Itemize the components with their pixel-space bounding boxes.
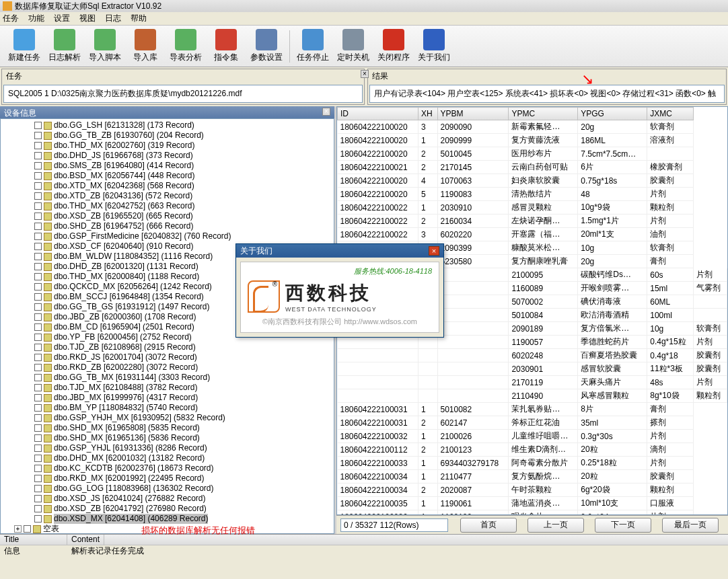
checkbox-icon[interactable] [34, 465, 42, 472]
tree-node[interactable]: dbo.TJD_MX [62108488] (3782 Record) [2, 383, 332, 393]
checkbox-icon[interactable] [34, 192, 42, 200]
checkbox-icon[interactable] [34, 253, 42, 260]
table-row[interactable]: 18060422210002025010045医用纱布片7.5cm*7.5cm… [338, 147, 727, 161]
tree-node[interactable]: +空表 [2, 524, 332, 534]
table-row[interactable]: 18060422210002212030910感冒灵颗粒10g*9袋颗粒剂 [338, 201, 727, 215]
tree-node[interactable]: dbo.BM_YP [118084832] (5740 Record) [2, 403, 332, 413]
tree-node[interactable]: dbo.GG_LOG [118083968] (136302 Record) [2, 484, 332, 494]
expand-icon[interactable]: + [14, 525, 22, 533]
table-row[interactable]: 18060422210003412110477复方氨酚烷…20粒胶囊剂 [338, 470, 727, 484]
tree-node[interactable]: dbo.GSP_YHJH_MX [61930952] (5832 Record) [2, 413, 332, 423]
table-row[interactable]: 18060422210003115010082茉扎氡券贴…8片膏剂 [338, 403, 727, 416]
tree-node[interactable]: dbo.XTD_MX [62042368] (568 Record) [2, 181, 332, 191]
tree-node[interactable]: dbo.SMS_ZB [61964080] (414 Record) [2, 161, 332, 171]
menu-1[interactable]: 功能 [28, 13, 44, 24]
table-row[interactable]: 18060422210003316934403279178阿奇霉素分散片0.25… [338, 457, 727, 470]
tree-node[interactable]: dbo.JBD_MX [61999976] (4317 Record) [2, 393, 332, 403]
table-row[interactable]: 1806042221000312602147斧标正红花油35ml搽剂 [338, 416, 727, 430]
checkbox-icon[interactable] [34, 142, 42, 149]
checkbox-icon[interactable] [34, 172, 42, 180]
table-row[interactable]: 18060422210003212100026儿童维吇咀嚼…0.3g*30s片剂 [338, 430, 727, 443]
checkbox-icon[interactable] [34, 505, 42, 512]
tree-node[interactable]: dbo.SHD_MX [61965808] (5835 Record) [2, 423, 332, 433]
checkbox-icon[interactable] [34, 485, 42, 492]
checkbox-icon[interactable] [34, 182, 42, 190]
tree-node[interactable]: dbo.KC_KCDTB [62002376] (18673 Record) [2, 463, 332, 473]
tree-node[interactable]: dbo.XSD_ZB [61965520] (665 Record) [2, 211, 332, 221]
tree-node[interactable]: dbo.GSP_YHJL [61931336] (8286 Record) [2, 443, 332, 453]
tree-node[interactable]: dbo.RKD_ZB [62002280] (3072 Record) [2, 362, 332, 373]
table-row[interactable]: 18060422210002236020220开塞露（福…20ml*1支油剂 [338, 228, 727, 241]
checkbox-icon[interactable] [34, 152, 42, 159]
tree-node[interactable]: dbo.THD_MX [62042752] (663 Record) [2, 201, 332, 211]
checkbox-icon[interactable] [34, 354, 42, 361]
tree-node[interactable]: dbo.GG_LSH [62131328] (173 Record) [2, 120, 332, 130]
table-row[interactable]: 2170119天麻头痛片48s片剂 [338, 376, 727, 389]
menu-3[interactable]: 视图 [79, 13, 96, 24]
tree-node[interactable]: dbo.GG_TB_MX [61931144] (3303 Record) [2, 373, 332, 383]
task-close-icon[interactable]: × [361, 70, 369, 78]
toolbar-日志解析[interactable]: 日志解析 [44, 29, 85, 63]
table-row[interactable]: 2030901感冒软胶囊11粒*3板胶囊剂 [338, 362, 727, 376]
checkbox-icon[interactable] [34, 475, 42, 482]
table-row[interactable]: 18060422210002051190083清热散结片48片剂 [338, 188, 727, 201]
dialog-close-button[interactable]: × [429, 246, 439, 256]
menu-5[interactable]: 帮助 [131, 13, 147, 24]
toolbar-任务停止[interactable]: 任务停止 [293, 29, 333, 63]
checkbox-icon[interactable] [34, 243, 42, 250]
tree-node[interactable]: dbo.SHD_MX [61965136] (5836 Record) [2, 433, 332, 443]
toolbar-定时关机[interactable]: 定时关机 [333, 29, 373, 63]
next-page-button[interactable]: 下一页 [595, 518, 651, 533]
checkbox-icon[interactable] [34, 162, 42, 169]
tree-node[interactable]: dbo.XSD_JS [62041024] (276882 Record) [2, 494, 332, 504]
checkbox-icon[interactable] [34, 233, 42, 240]
dialog-title-bar[interactable]: 关于我们 × [236, 244, 443, 258]
tree-node[interactable]: dbo.RKD_MX [62001992] (22495 Record) [2, 473, 332, 484]
tree-node[interactable]: dbo.BSD_MX [62056744] (448 Record) [2, 171, 332, 181]
checkbox-icon[interactable] [34, 313, 42, 321]
checkbox-icon[interactable] [34, 323, 42, 331]
toolbar-指令集[interactable]: 指令集 [206, 29, 246, 63]
tree-node[interactable]: dbo.XSD_MX [62041408] (406289 Record) [2, 514, 332, 524]
left-close-icon[interactable]: × [322, 108, 330, 116]
col-YPGG[interactable]: YPGG [578, 108, 647, 120]
tree-node[interactable]: dbo.GSP_FirstMedicine [62040832] (760 Re… [2, 231, 332, 241]
col-XH[interactable]: XH [418, 108, 437, 120]
table-row[interactable]: 18060422210002222160034左炔诺孕酮…1.5mg*1片片剂 [338, 215, 727, 228]
checkbox-icon[interactable] [34, 273, 42, 280]
prev-page-button[interactable]: 上一页 [527, 518, 584, 533]
checkbox-icon[interactable] [34, 495, 42, 502]
checkbox-icon[interactable] [34, 374, 42, 381]
checkbox-icon[interactable] [34, 414, 42, 422]
tree-node[interactable]: dbo.GG_TB_ZB [61930760] (204 Record) [2, 130, 332, 141]
tree-node[interactable]: dbo.THD_MX [62002760] (319 Record) [2, 141, 332, 151]
checkbox-icon[interactable] [34, 404, 42, 412]
toolbar-参数设置[interactable]: 参数设置 [246, 29, 287, 63]
checkbox-icon[interactable] [34, 384, 42, 391]
toolbar-导表分析[interactable]: 导表分析 [166, 29, 206, 63]
checkbox-icon[interactable] [34, 132, 42, 139]
checkbox-icon[interactable] [34, 344, 42, 351]
table-row[interactable]: 18060422210002032090090新霉素氟轻…20g软膏剂 [338, 120, 727, 134]
table-row[interactable]: 6020248百癣夏塔热胶囊0.4g*18胶囊剂 [338, 349, 727, 362]
checkbox-icon[interactable] [34, 293, 42, 301]
checkbox-icon[interactable] [34, 364, 42, 371]
table-row[interactable]: 2110490风寒感冒颗粒8g*10袋颗粒剂 [338, 389, 727, 403]
col-ID[interactable]: ID [338, 108, 418, 120]
menu-4[interactable]: 日志 [105, 13, 121, 24]
table-row[interactable]: 18060422210002122170145云南白药创可贴6片橡胶膏剂 [338, 161, 727, 174]
table-row[interactable]: 18060422210003422020087午时茶颗粒6g*20袋颗粒剂 [338, 484, 727, 497]
checkbox-icon[interactable] [34, 263, 42, 270]
checkbox-icon[interactable] [34, 202, 42, 210]
tree-node[interactable]: dbo.SHD_ZB [61964752] (666 Record) [2, 221, 332, 231]
table-row[interactable]: 18060422210011222100123维生素D滴剂…20粒滴剂 [338, 443, 727, 457]
col-YPBM[interactable]: YPBM [437, 108, 509, 120]
table-row[interactable]: 18060422210002041070063妇炎康软胶囊0.75g*18s胶囊… [338, 174, 727, 188]
checkbox-icon[interactable] [34, 394, 42, 401]
toolbar-导入库[interactable]: 导入库 [125, 29, 166, 63]
col-YPMC[interactable]: YPMC [509, 108, 578, 120]
tree-node[interactable]: dbo.XTD_ZB [62043136] (572 Record) [2, 191, 332, 201]
checkbox-icon[interactable] [34, 223, 42, 230]
checkbox-icon[interactable] [34, 515, 42, 523]
tree-node[interactable]: dbo.DHD_JS [61966768] (373 Record) [2, 151, 332, 161]
